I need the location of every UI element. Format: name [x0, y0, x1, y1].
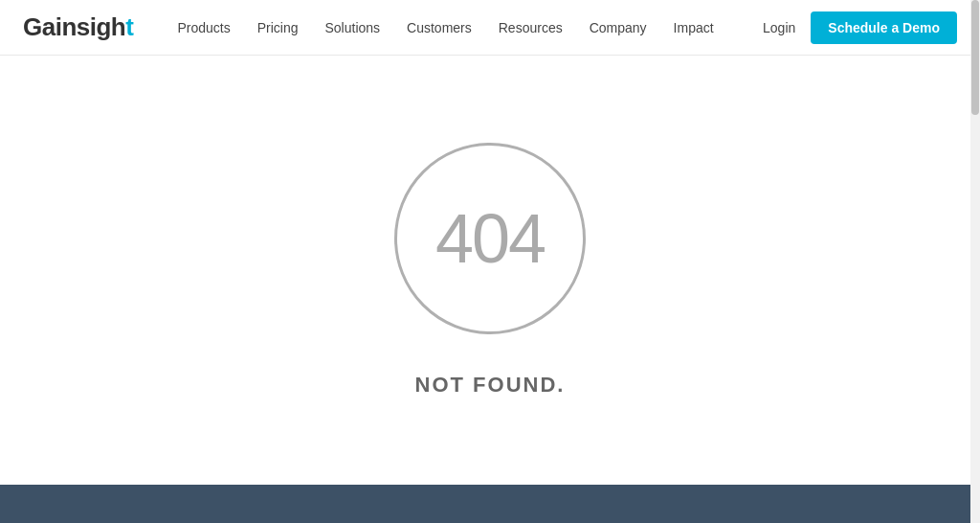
error-content: 404 NOT FOUND. — [0, 56, 980, 485]
logo[interactable]: Gainsight — [23, 12, 133, 42]
site-header: Gainsight Products Pricing Solutions Cus… — [0, 0, 980, 56]
nav-item-company[interactable]: Company — [576, 20, 660, 35]
logo-gain: Gainsigh — [23, 12, 125, 41]
scrollbar-track — [970, 0, 980, 523]
nav-item-resources[interactable]: Resources — [485, 20, 576, 35]
nav-item-pricing[interactable]: Pricing — [244, 20, 312, 35]
nav-item-solutions[interactable]: Solutions — [311, 20, 393, 35]
error-message: NOT FOUND. — [415, 373, 566, 398]
login-button[interactable]: Login — [763, 20, 795, 35]
error-circle: 404 — [394, 143, 586, 334]
schedule-demo-button[interactable]: Schedule a Demo — [811, 11, 957, 44]
nav-item-impact[interactable]: Impact — [660, 20, 727, 35]
main-nav: Products Pricing Solutions Customers Res… — [164, 20, 763, 35]
footer-strip — [0, 485, 980, 523]
logo-sight: t — [125, 12, 133, 41]
header-actions: Login Schedule a Demo — [763, 11, 957, 44]
logo-text: Gainsight — [23, 12, 133, 42]
scrollbar-thumb[interactable] — [971, 0, 979, 115]
nav-item-customers[interactable]: Customers — [393, 20, 485, 35]
error-code: 404 — [435, 199, 545, 278]
nav-item-products[interactable]: Products — [164, 20, 243, 35]
